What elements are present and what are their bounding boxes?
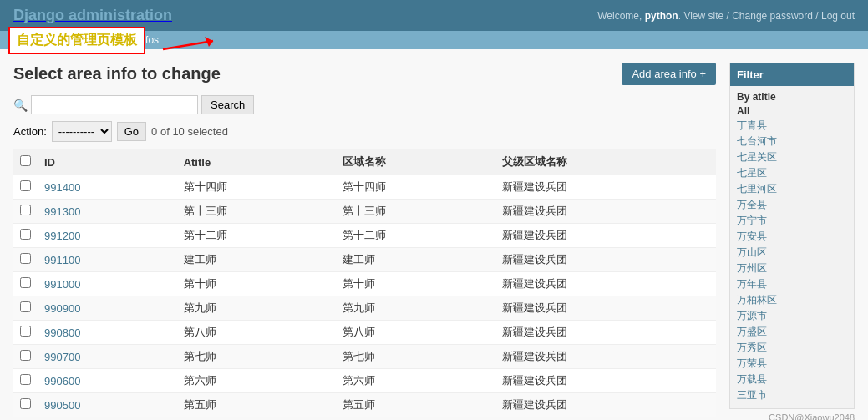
page-title: Select area info to change [13, 64, 221, 83]
cell-id: 990600 [38, 369, 177, 393]
filter-link[interactable]: 万源市 [737, 308, 847, 324]
cell-area-name: 第六师 [336, 369, 495, 393]
filter-link[interactable]: All [737, 104, 847, 118]
table-header-row: ID Atitle 区域名称 父级区域名称 [13, 149, 716, 175]
row-checkbox[interactable] [20, 301, 31, 312]
filter-link[interactable]: 万柏林区 [737, 292, 847, 308]
cell-atitle: 第九师 [177, 296, 337, 321]
header-checkbox-col [13, 149, 38, 175]
row-checkbox-cell [13, 272, 38, 296]
cell-id: 991000 [38, 272, 177, 296]
go-button-top[interactable]: Go [117, 122, 146, 141]
cell-atitle: 第五师 [177, 393, 337, 417]
header: Django administration 自定义的管理页模板 Welcome,… [0, 0, 868, 31]
main-content: Select area info to change Add area info… [13, 63, 716, 420]
id-link[interactable]: 991000 [44, 278, 80, 291]
row-checkbox[interactable] [20, 205, 31, 215]
filter-link[interactable]: 三亚市 [737, 387, 847, 403]
log-out-link[interactable]: Log out [821, 10, 855, 22]
header-id: ID [38, 149, 177, 175]
filter-link[interactable]: 万宁市 [737, 213, 847, 229]
row-checkbox[interactable] [20, 398, 31, 409]
id-link[interactable]: 990500 [44, 399, 80, 412]
row-checkbox-cell [13, 200, 38, 224]
cell-parent: 新疆建设兵团 [495, 248, 716, 272]
cell-atitle: 第八师 [177, 321, 337, 345]
cell-atitle: 建工师 [177, 248, 337, 272]
cell-atitle: 第十二师 [177, 224, 337, 248]
filter-header: Filter [730, 63, 854, 86]
table-row: 991000 第十师 第十师 新疆建设兵团 [13, 272, 716, 296]
row-checkbox-cell [13, 175, 38, 200]
action-select[interactable]: ---------- [52, 121, 112, 142]
cell-id: 991100 [38, 248, 177, 272]
id-link[interactable]: 990900 [44, 302, 80, 315]
view-site-link[interactable]: View site [683, 10, 723, 22]
row-checkbox-cell [13, 224, 38, 248]
filter-link[interactable]: 丁青县 [737, 118, 847, 134]
cell-atitle: 第十三师 [177, 200, 337, 224]
filter-link[interactable]: 万年县 [737, 276, 847, 292]
row-checkbox[interactable] [20, 374, 31, 385]
filter-links: All丁青县七台河市七星关区七星区七里河区万全县万宁市万安县万山区万州区万年县万… [730, 104, 854, 408]
filter-link[interactable]: 七台河市 [737, 134, 847, 149]
id-link[interactable]: 991300 [44, 205, 80, 218]
cell-area-name: 第十师 [336, 272, 495, 296]
filter-link[interactable]: 七星区 [737, 165, 847, 181]
filter-link[interactable]: 万载县 [737, 372, 847, 387]
search-input[interactable] [31, 95, 198, 114]
change-password-link[interactable]: Change password [732, 10, 813, 22]
row-checkbox[interactable] [20, 277, 31, 288]
filter-sidebar: Filter By atitle All丁青县七台河市七星关区七星区七里河区万全… [729, 63, 855, 420]
cell-area-name: 第十三师 [336, 200, 495, 224]
id-link[interactable]: 990700 [44, 351, 80, 363]
cell-atitle: 第十师 [177, 272, 337, 296]
search-button[interactable]: Search [201, 95, 254, 114]
id-link[interactable]: 991200 [44, 230, 80, 242]
table-row: 990600 第六师 第六师 新疆建设兵团 [13, 369, 716, 393]
arrow-decoration [159, 37, 226, 62]
row-checkbox[interactable] [20, 229, 31, 240]
row-checkbox[interactable] [20, 253, 31, 264]
cell-atitle: 第七师 [177, 345, 337, 369]
cell-parent: 新疆建设兵团 [495, 393, 716, 417]
cell-id: 991200 [38, 224, 177, 248]
filter-link[interactable]: 万盛区 [737, 324, 847, 340]
cell-id: 990800 [38, 321, 177, 345]
id-link[interactable]: 991100 [44, 254, 80, 266]
filter-link[interactable]: 七里河区 [737, 181, 847, 197]
select-all-checkbox[interactable] [20, 155, 31, 166]
header-atitle: Atitle [177, 149, 337, 175]
cell-area-name: 第十二师 [336, 224, 495, 248]
filter-panel: Filter By atitle All丁青县七台河市七星关区七星区七里河区万全… [729, 63, 855, 409]
row-checkbox-cell [13, 248, 38, 272]
cell-parent: 新疆建设兵团 [495, 175, 716, 200]
filter-link[interactable]: 万安县 [737, 229, 847, 245]
site-title-link[interactable]: Django administration [13, 7, 172, 24]
id-link[interactable]: 990600 [44, 375, 80, 387]
svg-line-0 [163, 41, 213, 49]
cell-area-name: 建工师 [336, 248, 495, 272]
username: python [645, 10, 678, 22]
row-checkbox[interactable] [20, 350, 31, 361]
filter-link[interactable]: 万全县 [737, 197, 847, 213]
filter-section-title: By atitle [730, 86, 854, 104]
filter-link[interactable]: 万秀区 [737, 340, 847, 356]
table-row: 991300 第十三师 第十三师 新疆建设兵团 [13, 200, 716, 224]
cell-area-name: 第七师 [336, 345, 495, 369]
id-link[interactable]: 991400 [44, 181, 80, 194]
filter-link[interactable]: 万山区 [737, 245, 847, 261]
id-link[interactable]: 990800 [44, 326, 80, 339]
row-checkbox[interactable] [20, 180, 31, 191]
cell-parent: 新疆建设兵团 [495, 321, 716, 345]
filter-link[interactable]: 万荣县 [737, 356, 847, 372]
filter-link[interactable]: 万州区 [737, 261, 847, 276]
filter-link[interactable]: 七星关区 [737, 149, 847, 165]
row-checkbox-cell [13, 321, 38, 345]
cell-id: 990700 [38, 345, 177, 369]
row-checkbox[interactable] [20, 326, 31, 337]
add-area-info-button[interactable]: Add area info + [622, 63, 716, 85]
cell-parent: 新疆建设兵团 [495, 369, 716, 393]
search-bar: 🔍 Search [13, 95, 716, 114]
custom-banner: 自定义的管理页模板 [8, 27, 145, 54]
